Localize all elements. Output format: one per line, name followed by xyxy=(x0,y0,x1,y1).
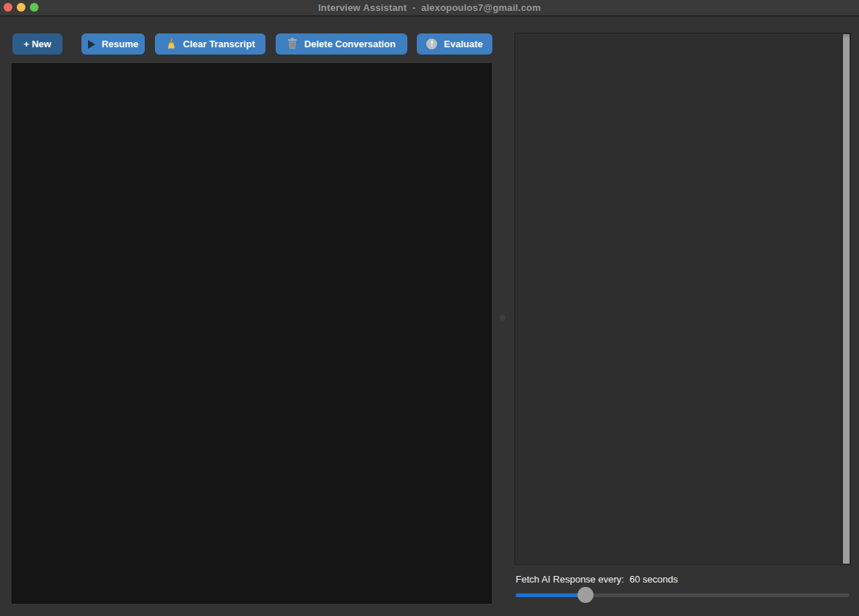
resume-button[interactable]: Resume xyxy=(81,33,145,55)
fetch-interval-label: Fetch AI Response every: 60 seconds xyxy=(516,574,678,585)
fetch-interval-slider[interactable] xyxy=(516,587,850,603)
evaluate-button-label: Evaluate xyxy=(444,39,482,49)
slider-thumb[interactable] xyxy=(578,587,594,603)
broom-icon xyxy=(166,38,177,51)
delete-conversation-button[interactable]: Delete Conversation xyxy=(276,33,407,55)
scrollbar-thumb[interactable] xyxy=(843,34,850,564)
titlebar: Interview Assistant - alexopoulos7@gmail… xyxy=(0,0,859,17)
ai-response-panel[interactable] xyxy=(514,33,851,565)
evaluate-button[interactable]: Evaluate xyxy=(417,33,492,55)
trash-icon xyxy=(287,38,297,51)
slider-track[interactable] xyxy=(516,593,850,597)
exclamation-icon xyxy=(426,39,437,49)
clear-transcript-button-label: Clear Transcript xyxy=(183,39,255,49)
play-icon xyxy=(88,40,95,49)
new-button-label: + New xyxy=(24,39,52,49)
splitter-handle[interactable] xyxy=(500,315,506,321)
slider-fill xyxy=(516,593,586,597)
delete-conversation-button-label: Delete Conversation xyxy=(304,39,396,49)
fetch-interval-value: 60 seconds xyxy=(629,574,678,585)
window-title: Interview Assistant - alexopoulos7@gmail… xyxy=(0,0,859,16)
clear-transcript-button[interactable]: Clear Transcript xyxy=(155,33,265,55)
new-button[interactable]: + New xyxy=(12,33,63,55)
app-window: Interview Assistant - alexopoulos7@gmail… xyxy=(0,0,859,616)
fetch-interval-label-text: Fetch AI Response every: xyxy=(516,574,624,585)
resume-button-label: Resume xyxy=(102,39,139,49)
transcript-panel[interactable] xyxy=(12,63,492,604)
